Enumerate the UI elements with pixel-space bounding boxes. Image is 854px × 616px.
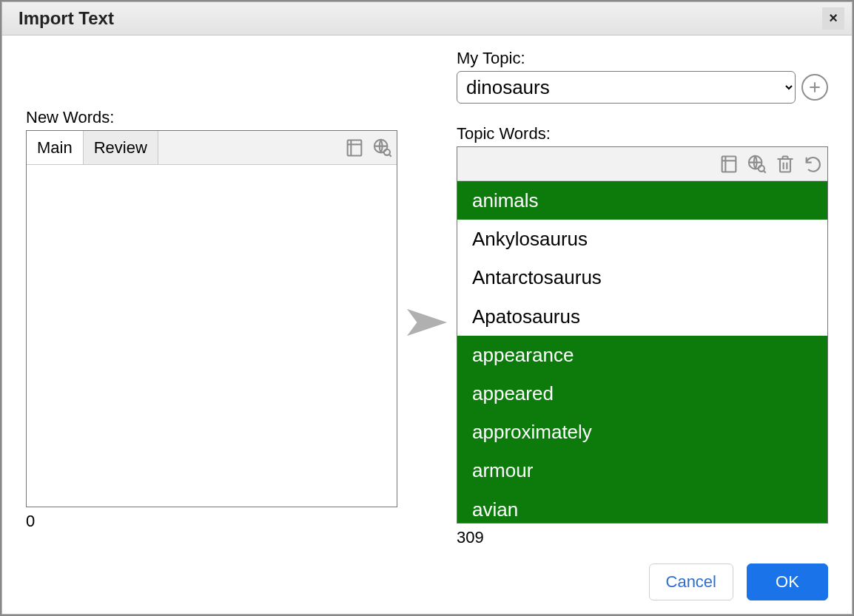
topic-words-list: animalsAnkylosaurusAntarctosaurusApatosa… (457, 146, 828, 524)
svg-rect-9 (722, 156, 736, 172)
transfer-arrow-icon[interactable] (406, 305, 448, 339)
topic-words-count: 309 (457, 528, 828, 547)
topic-word-row[interactable]: avian (457, 490, 827, 524)
dialog-content: New Words: Main Review (2, 35, 852, 547)
topic-word-row[interactable]: armour (457, 451, 827, 490)
topic-word-row[interactable]: Apatosaurus (457, 297, 827, 336)
topic-word-row[interactable]: approximately (457, 413, 827, 451)
close-icon[interactable]: × (822, 7, 844, 30)
topic-select[interactable]: dinosaurs (457, 71, 796, 104)
topic-word-row[interactable]: Ankylosaurus (457, 220, 827, 258)
undo-icon[interactable] (799, 147, 827, 180)
dialog-title: Import Text (19, 8, 114, 29)
dictionary-icon[interactable] (340, 131, 369, 164)
svg-marker-6 (407, 308, 447, 336)
topic-word-row[interactable]: appearance (457, 336, 827, 374)
dialog-footer: Cancel OK (2, 547, 852, 614)
dictionary-icon[interactable] (715, 147, 743, 180)
topic-word-row[interactable]: appeared (457, 374, 827, 413)
svg-line-14 (764, 171, 765, 172)
left-column: New Words: Main Review (26, 49, 397, 547)
my-topic-label: My Topic: (457, 49, 828, 68)
topic-row: dinosaurs (457, 71, 828, 104)
svg-line-5 (389, 155, 391, 156)
topic-words-toolbar (457, 147, 827, 181)
globe-search-icon[interactable] (743, 147, 771, 180)
new-words-count: 0 (26, 512, 397, 531)
new-words-toolbar: Main Review (27, 131, 397, 165)
topic-word-row[interactable]: Antarctosaurus (457, 258, 827, 297)
ok-button[interactable]: OK (747, 563, 828, 600)
new-words-body[interactable] (27, 165, 397, 507)
titlebar: Import Text × (2, 2, 852, 35)
import-text-dialog: Import Text × New Words: Main Review (1, 1, 853, 615)
globe-search-icon[interactable] (369, 131, 397, 164)
trash-icon[interactable] (771, 147, 799, 180)
tab-main[interactable]: Main (27, 131, 84, 164)
topic-word-row[interactable]: animals (457, 181, 827, 220)
add-topic-button[interactable] (801, 74, 828, 101)
svg-rect-0 (348, 140, 362, 155)
new-words-label: New Words: (26, 108, 397, 127)
cancel-button[interactable]: Cancel (649, 563, 733, 600)
new-words-list: Main Review (26, 130, 397, 507)
right-column: My Topic: dinosaurs Topic Words: (457, 49, 828, 547)
tab-review[interactable]: Review (84, 131, 158, 164)
topic-words-label: Topic Words: (457, 124, 828, 143)
topic-words-body[interactable]: animalsAnkylosaurusAntarctosaurusApatosa… (457, 181, 827, 523)
